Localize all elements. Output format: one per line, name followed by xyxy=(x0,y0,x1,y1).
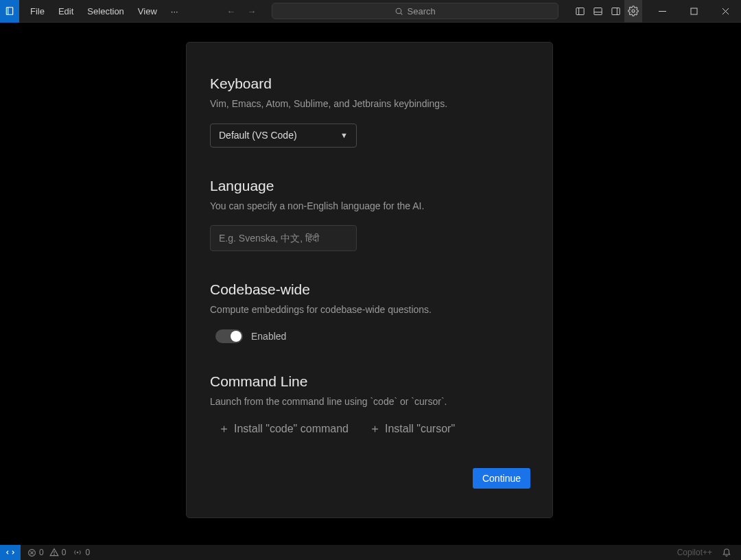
notifications-bell-icon[interactable] xyxy=(722,547,731,559)
commandline-description: Launch from the command line using `code… xyxy=(210,395,529,409)
keyboard-heading: Keyboard xyxy=(210,75,529,92)
commandline-heading: Command Line xyxy=(210,373,529,390)
chevron-down-icon: ▼ xyxy=(340,131,348,139)
window-close-button[interactable] xyxy=(709,0,741,23)
codebase-embeddings-toggle[interactable] xyxy=(215,329,243,343)
install-cursor-label: Install "cursor" xyxy=(385,423,455,435)
warning-count: 0 xyxy=(62,548,67,557)
svg-point-20 xyxy=(78,552,79,553)
app-icon xyxy=(0,0,19,23)
language-description: You can specify a non-English language f… xyxy=(210,200,529,213)
svg-point-2 xyxy=(396,8,401,14)
continue-button[interactable]: Continue xyxy=(473,468,530,489)
svg-point-10 xyxy=(632,10,635,12)
toggle-secondary-sidebar-icon[interactable] xyxy=(607,0,624,23)
search-icon xyxy=(395,7,403,16)
plus-icon: ＋ xyxy=(369,421,381,436)
svg-rect-0 xyxy=(6,8,12,15)
plus-icon: ＋ xyxy=(218,421,230,436)
ports-status[interactable]: 0 xyxy=(73,548,90,557)
codebase-description: Compute embeddings for codebase-wide que… xyxy=(210,303,529,317)
title-bar: File Edit Selection View ··· ← → Search xyxy=(0,0,741,23)
toggle-panel-icon[interactable] xyxy=(589,0,607,23)
menu-view[interactable]: View xyxy=(131,2,164,21)
toggle-label: Enabled xyxy=(251,331,286,342)
nav-back-icon[interactable]: ← xyxy=(224,6,239,16)
menu-bar: File Edit Selection View ··· xyxy=(23,2,185,21)
svg-line-3 xyxy=(401,13,402,14)
copilot-status[interactable]: Copilot++ xyxy=(677,548,712,557)
keymap-selected-value: Default (VS Code) xyxy=(219,130,297,141)
svg-rect-12 xyxy=(691,8,697,14)
error-count: 0 xyxy=(39,548,44,557)
error-icon xyxy=(27,548,36,557)
antenna-icon xyxy=(73,548,82,557)
remote-indicator[interactable] xyxy=(0,545,21,560)
search-placeholder-text: Search xyxy=(408,6,436,16)
keyboard-description: Vim, Emacs, Atom, Sublime, and Jetbrains… xyxy=(210,97,529,111)
menu-file[interactable]: File xyxy=(23,2,51,21)
svg-rect-4 xyxy=(576,8,583,14)
ports-count: 0 xyxy=(85,548,90,557)
install-cursor-command-button[interactable]: ＋ Install "cursor" xyxy=(369,421,455,436)
warning-icon xyxy=(49,548,59,557)
command-center-search[interactable]: Search xyxy=(272,3,558,19)
window-maximize-button[interactable] xyxy=(678,0,709,23)
setup-card: Keyboard Vim, Emacs, Atom, Sublime, and … xyxy=(186,42,553,518)
language-input[interactable] xyxy=(210,225,357,251)
svg-rect-8 xyxy=(611,8,619,14)
settings-gear-icon[interactable] xyxy=(624,0,642,23)
menu-edit[interactable]: Edit xyxy=(51,2,80,21)
language-heading: Language xyxy=(210,178,529,194)
window-minimize-button[interactable] xyxy=(646,0,678,23)
install-code-command-button[interactable]: ＋ Install "code" command xyxy=(218,421,349,436)
nav-forward-icon[interactable]: → xyxy=(244,6,259,16)
svg-point-19 xyxy=(54,555,54,555)
toggle-primary-sidebar-icon[interactable] xyxy=(571,0,589,23)
status-bar: 0 0 0 Copilot++ xyxy=(0,545,741,560)
keyboard-keymap-select[interactable]: Default (VS Code) ▼ xyxy=(210,124,357,148)
problems-status[interactable]: 0 0 xyxy=(27,548,66,557)
menu-overflow[interactable]: ··· xyxy=(164,2,185,21)
codebase-heading: Codebase-wide xyxy=(210,281,529,298)
svg-rect-6 xyxy=(593,8,601,14)
toggle-knob xyxy=(231,331,242,342)
menu-selection[interactable]: Selection xyxy=(80,2,130,21)
install-code-label: Install "code" command xyxy=(234,423,349,435)
